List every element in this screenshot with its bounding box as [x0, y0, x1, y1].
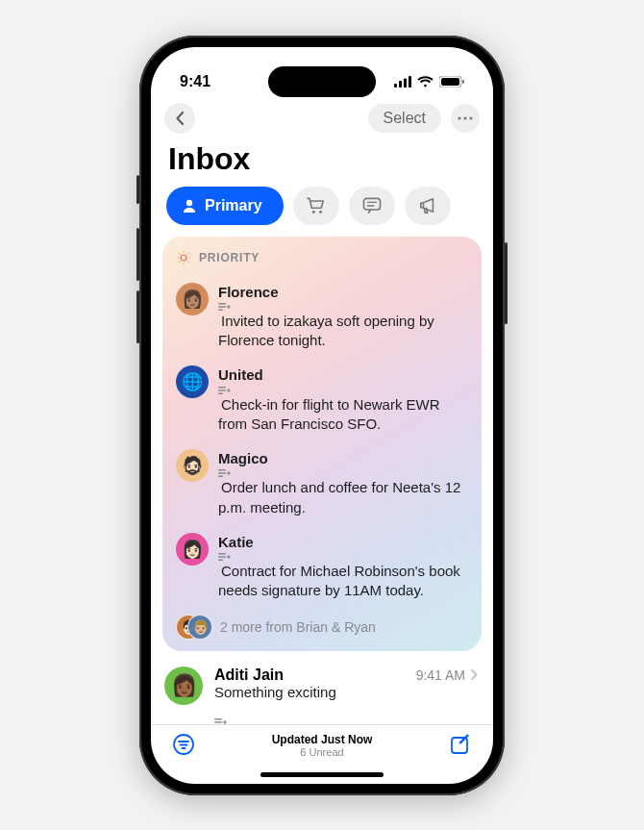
priority-section: PRIORITY 👩🏽 Florence Invited to izakaya … [162, 237, 482, 651]
svg-rect-26 [218, 553, 226, 554]
tab-primary-label: Primary [205, 197, 262, 214]
priority-item[interactable]: 👩🏽 Florence Invited to izakaya soft open… [176, 275, 468, 359]
message-time: 9:41 AM [416, 667, 465, 683]
avatar-stack: 👨🏻 👨🏼 [176, 615, 211, 640]
cellular-icon [394, 76, 411, 88]
svg-rect-20 [218, 387, 226, 388]
svg-rect-18 [218, 306, 226, 307]
svg-rect-19 [218, 309, 223, 310]
compose-button[interactable] [449, 733, 472, 756]
svg-rect-1 [399, 81, 402, 88]
tab-transactions[interactable] [293, 187, 339, 225]
back-button[interactable] [164, 103, 195, 134]
dynamic-island [268, 66, 376, 97]
chevron-right-icon [471, 669, 478, 680]
svg-rect-22 [218, 392, 223, 393]
avatar: 👩🏻 [176, 533, 209, 566]
nav-bar: Select [151, 99, 493, 138]
svg-rect-2 [404, 78, 407, 88]
svg-rect-24 [218, 473, 226, 474]
avatar: 🌐 [176, 365, 209, 398]
svg-rect-0 [394, 84, 397, 88]
priority-item-text: Florence Invited to izakaya soft opening… [218, 283, 468, 351]
message-subject: Something exciting [214, 684, 478, 700]
svg-rect-39 [452, 738, 467, 753]
svg-rect-5 [441, 78, 459, 86]
priority-item-text: United Check-in for flight to Newark EWR… [218, 365, 468, 434]
svg-rect-28 [218, 560, 223, 561]
svg-rect-13 [363, 198, 380, 210]
summary-icon [218, 302, 468, 312]
page-title: Inbox [151, 138, 493, 187]
home-indicator[interactable] [260, 772, 384, 777]
message-sender: Aditi Jain [214, 667, 284, 684]
svg-rect-3 [409, 76, 411, 88]
svg-point-9 [469, 116, 472, 119]
priority-item[interactable]: 🌐 United Check-in for flight to Newark E… [176, 358, 468, 441]
priority-item[interactable]: 🧔🏻 Magico Order lunch and coffee for Nee… [176, 441, 468, 525]
svg-point-7 [458, 116, 460, 119]
compose-icon [449, 733, 472, 756]
avatar: 👩🏽 [176, 283, 209, 315]
priority-item-text: Magico Order lunch and coffee for Neeta'… [218, 449, 468, 517]
battery-icon [439, 76, 464, 88]
filter-icon [172, 733, 195, 756]
svg-point-10 [186, 199, 192, 205]
svg-rect-6 [462, 80, 464, 84]
priority-more-text: 2 more from Brian & Ryan [220, 619, 376, 635]
chevron-left-icon [175, 112, 185, 125]
summary-icon [218, 552, 468, 562]
more-button[interactable] [451, 104, 480, 133]
tab-updates[interactable] [349, 187, 395, 225]
category-tabs: Primary [151, 187, 493, 237]
phone-frame: 9:41 Select [139, 36, 505, 795]
svg-point-12 [319, 210, 322, 213]
cart-icon [307, 197, 326, 214]
tab-primary[interactable]: Primary [166, 187, 284, 225]
svg-rect-21 [218, 390, 226, 390]
svg-rect-25 [218, 476, 223, 477]
megaphone-icon [418, 197, 437, 214]
priority-item[interactable]: 👩🏻 Katie Contract for Michael Robinson's… [176, 525, 468, 609]
message-item[interactable]: 👩🏾 Aditi Jain 9:41 AM Something exciting… [162, 657, 482, 724]
person-icon [182, 198, 197, 214]
svg-rect-23 [218, 469, 226, 470]
priority-label: PRIORITY [199, 251, 260, 264]
svg-rect-29 [214, 718, 222, 719]
avatar: 👩🏾 [164, 667, 203, 705]
priority-item-text: Katie Contract for Michael Robinson's bo… [218, 533, 468, 601]
ellipsis-icon [458, 116, 473, 120]
summary-icon [218, 468, 468, 478]
svg-rect-17 [218, 303, 226, 304]
avatar: 🧔🏻 [176, 449, 209, 482]
wifi-icon [417, 76, 433, 88]
svg-point-11 [311, 210, 314, 213]
svg-point-8 [463, 116, 466, 119]
summary-icon [218, 386, 468, 395]
svg-rect-27 [218, 556, 226, 557]
toolbar-unread: 6 Unread [272, 746, 373, 758]
select-button[interactable]: Select [368, 104, 441, 133]
svg-point-16 [181, 255, 186, 261]
message-preview: YA sci-fi trilogy by Ghanaian author, Lo… [214, 700, 478, 724]
message-list: 👩🏾 Aditi Jain 9:41 AM Something exciting… [162, 651, 482, 724]
toolbar-status: Updated Just Now [272, 733, 373, 746]
status-time: 9:41 [180, 73, 211, 90]
apple-intelligence-icon [176, 250, 191, 265]
filter-button[interactable] [172, 733, 195, 756]
tab-promotions[interactable] [405, 187, 451, 225]
message-icon [362, 197, 382, 214]
priority-more[interactable]: 👨🏻 👨🏼 2 more from Brian & Ryan [176, 609, 468, 641]
